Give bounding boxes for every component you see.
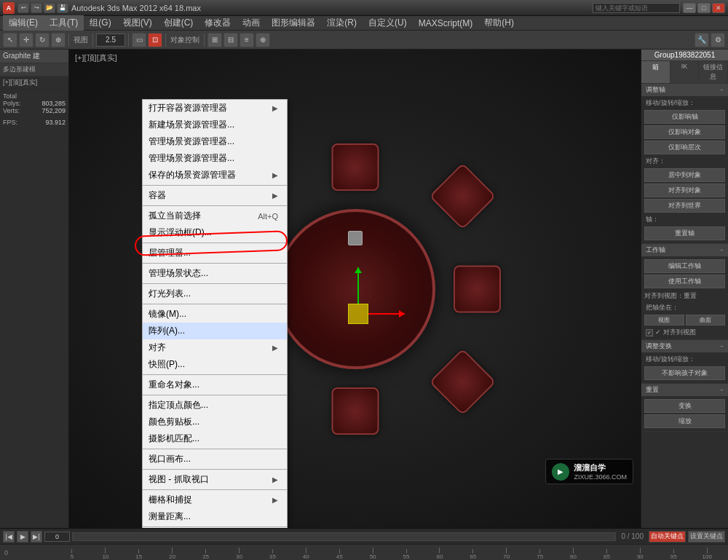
menu-view[interactable]: 视图(V): [117, 15, 158, 31]
redo-btn[interactable]: ↪: [31, 3, 42, 13]
menu-anim[interactable]: 动画: [237, 15, 266, 31]
gizmo-yellow-box: [348, 304, 368, 324]
key-mode-btn[interactable]: 自动关键点: [649, 531, 686, 543]
menu-help[interactable]: 帮助(H): [478, 15, 520, 31]
tb-extra2[interactable]: ⊟: [223, 33, 238, 47]
dm-camera-match[interactable]: 摄影机匹配...: [143, 430, 287, 447]
dm-grid-snap[interactable]: 栅格和捕捉 ▶: [143, 492, 287, 508]
view-label: 视图: [72, 35, 90, 45]
dm-rename[interactable]: 重命名对象...: [143, 376, 287, 393]
ruler-marks: 5 10 15 20 25 30 35 40 45 50 55 60 65 70…: [55, 545, 724, 560]
rp-reset-header[interactable]: 重置 −: [641, 384, 728, 396]
dm-show-float[interactable]: 显示浮动框(D)...: [143, 224, 287, 241]
menu-edit[interactable]: 编辑(E): [3, 15, 44, 31]
move-tool[interactable]: ✛: [19, 33, 33, 47]
rp-transform-btn[interactable]: 变换: [644, 399, 725, 413]
select-region[interactable]: ▭: [132, 33, 146, 47]
rp-align-to-obj[interactable]: 对齐到对象: [644, 184, 725, 197]
dm-viewport-canvas[interactable]: 视口画布...: [143, 451, 287, 468]
anim-track[interactable]: [72, 532, 616, 541]
tb-extra3[interactable]: ≡: [240, 33, 254, 47]
verts-label: Verts:: [3, 107, 20, 114]
rp-scale-btn[interactable]: 缩放: [644, 414, 725, 428]
rp-adjust-transform-header[interactable]: 调整变换 −: [641, 340, 728, 352]
dm-measure-distance[interactable]: 测量距离...: [143, 508, 287, 525]
play-btn[interactable]: ▶: [17, 531, 28, 543]
search-input[interactable]: [593, 3, 680, 13]
main-content: Graphite 建 多边形建模 [+][顶][真实] Total Polys:…: [0, 50, 728, 528]
save-btn[interactable]: 💾: [57, 3, 68, 13]
ruler-mark-15: 15: [122, 549, 156, 560]
dm-manage-scene-state[interactable]: 管理场景状态...: [143, 265, 287, 282]
rp-align-to-world[interactable]: 对齐到世界: [644, 199, 725, 213]
rp-tab-link-info[interactable]: 链接信息: [699, 61, 728, 83]
rp-reset-pivot[interactable]: 重置轴: [644, 226, 725, 240]
select-tool[interactable]: ↖: [3, 33, 17, 47]
maximize-btn[interactable]: □: [697, 3, 711, 13]
rp-edit-working[interactable]: 编辑工作轴: [644, 259, 725, 273]
dm-assign-vertex-color[interactable]: 指定顶点颜色...: [143, 397, 287, 414]
watermark-logo: ▶: [552, 463, 569, 481]
app-title: Autodesk 3ds Max 2012 x64 18.max: [71, 4, 201, 12]
current-frame-input[interactable]: [44, 532, 70, 542]
minimize-btn[interactable]: —: [683, 3, 696, 13]
dm-snapshot[interactable]: 快照(P)...: [143, 356, 287, 373]
tb-extra1[interactable]: ⊞: [207, 33, 222, 47]
menu-tools[interactable]: 工具(T): [44, 15, 84, 31]
tools-dropdown-menu: 打开容器资源管理器 ▶ 新建场景资源管理器... 管理场景资源管理器... 管理…: [142, 99, 288, 528]
tb-right2[interactable]: ⚙: [711, 33, 725, 47]
viewport[interactable]: [+][顶][真实]: [69, 50, 641, 528]
dm-isolate[interactable]: 孤立当前选择 Alt+Q: [143, 208, 287, 224]
rp-align-view-label: 对齐到视图：重置: [644, 291, 697, 301]
menu-customize[interactable]: 自定义(U): [363, 15, 413, 31]
rp-tab-box[interactable]: 箱: [641, 61, 670, 83]
dm-mirror[interactable]: 镜像(M)...: [143, 306, 287, 323]
tb-extra4[interactable]: ⊕: [256, 33, 270, 47]
menu-render[interactable]: 渲染(R): [321, 15, 363, 31]
dm-saved-scenes[interactable]: 保存的场景资源管理器 ▶: [143, 167, 287, 184]
menu-modifier[interactable]: 修改器: [199, 15, 237, 31]
rp-view-btn[interactable]: 视图: [644, 315, 684, 326]
rp-align-checkbox-label: ✓ 对齐到视图: [655, 328, 696, 337]
scale-tool[interactable]: ⊕: [51, 33, 66, 47]
dm-open-container[interactable]: 打开容器资源管理器 ▶: [143, 100, 287, 117]
rotate-tool[interactable]: ↻: [35, 33, 50, 47]
dm-light-list[interactable]: 灯光列表...: [143, 285, 287, 302]
close-btn[interactable]: ✕: [712, 3, 725, 13]
menu-maxscript[interactable]: MAXScript(M): [413, 17, 479, 30]
undo-btn[interactable]: ↩: [17, 3, 29, 13]
set-key-btn[interactable]: 设置关键点: [688, 531, 725, 543]
render-btn[interactable]: ⊡: [148, 33, 162, 47]
zoom-input[interactable]: [96, 33, 125, 47]
prev-frame-btn[interactable]: |◀: [3, 531, 15, 543]
dm-grab-viewport[interactable]: 视图 - 抓取视口 ▶: [143, 471, 287, 488]
menu-group[interactable]: 组(G): [84, 15, 116, 31]
dm-color-clipboard[interactable]: 颜色剪贴板...: [143, 414, 287, 430]
sep-12: [143, 527, 287, 527]
chair-bottom: [331, 387, 379, 435]
dm-array[interactable]: 阵列(A)...: [143, 323, 287, 339]
rp-only-affect-obj[interactable]: 仅影响对象: [644, 125, 725, 139]
rp-working-axis-header[interactable]: 工作轴 −: [641, 244, 728, 256]
rp-tab-ik[interactable]: IK: [670, 61, 700, 83]
dm-manage-scene[interactable]: 管理场景资源管理器...: [143, 133, 287, 150]
menu-graph-editor[interactable]: 图形编辑器: [266, 15, 321, 31]
rp-align-checkbox[interactable]: [646, 329, 653, 336]
rp-surface-btn[interactable]: 曲面: [686, 315, 726, 326]
rp-use-working[interactable]: 使用工作轴: [644, 275, 725, 288]
rp-only-affect-hier[interactable]: 仅影响层次: [644, 141, 725, 154]
menu-create[interactable]: 创建(C): [158, 15, 199, 31]
dm-align[interactable]: 对齐 ▶: [143, 339, 287, 356]
ruler-mark-75: 75: [523, 549, 557, 560]
rp-dont-affect-children[interactable]: 不影响孩子对象: [644, 366, 725, 380]
dm-new-scene[interactable]: 新建场景资源管理器...: [143, 117, 287, 133]
rp-center-to-obj[interactable]: 居中到对象: [644, 168, 725, 182]
dm-layer-mgr[interactable]: 层管理器...: [143, 245, 287, 261]
tb-right1[interactable]: 🔧: [695, 33, 709, 47]
dm-manage-scene2[interactable]: 管理场景资源管理器...: [143, 150, 287, 167]
next-frame-btn[interactable]: ▶|: [31, 531, 42, 543]
open-btn[interactable]: 📂: [44, 3, 55, 13]
rp-adjust-axis-header[interactable]: 调整轴 −: [641, 84, 728, 96]
dm-container[interactable]: 容器 ▶: [143, 187, 287, 204]
rp-only-affect-pivot[interactable]: 仅影响轴: [644, 110, 725, 124]
